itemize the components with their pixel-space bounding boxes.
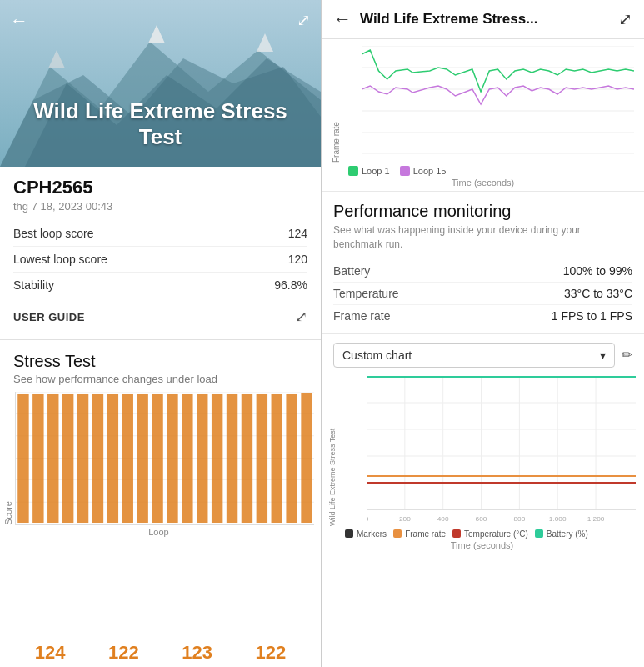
bar-chart: 120 100 80 60 40 20 0 [15,392,314,525]
svg-rect-25 [92,394,103,523]
svg-text:1.000: 1.000 [549,515,567,523]
score-1: 124 [35,642,66,664]
svg-text:600: 600 [476,515,487,523]
legend-loop15: Loop 15 [400,166,447,176]
custom-chart-bar: Custom chart ▾ ✏ [322,334,644,373]
left-panel: ← ⤢ Wild Life Extreme Stress Test CPH256… [0,0,321,667]
legend-loop1-dot [348,166,358,176]
svg-rect-33 [212,394,222,523]
right-back-button[interactable]: ← [333,8,352,30]
bottom-y-label: Wild Life Extreme Stress Test [328,376,337,526]
svg-rect-38 [286,394,297,523]
svg-rect-34 [227,394,237,523]
perf-value: 1 FPS to 1 FPS [552,309,632,323]
bottom-chart-wrapper: Wild Life Extreme Stress Test 0 [328,376,636,526]
stats-value: 124 [288,227,307,240]
bottom-legend-label: Temperature (°C) [464,529,528,539]
perf-key: Temperature [333,287,399,300]
svg-rect-37 [272,394,282,523]
left-hero-share-button[interactable]: ⤢ [297,10,311,30]
bottom-legend-dot [393,529,402,538]
stats-label: Stability [13,278,54,292]
stats-row: Lowest loop score120 [13,247,307,273]
bottom-chart-area: Wild Life Extreme Stress Test 0 [322,373,644,667]
stats-row: Stability96.8% [13,273,307,298]
score-4: 122 [256,642,287,664]
frame-legend: Loop 1 Loop 15 [332,163,634,178]
score-3: 123 [182,642,212,664]
svg-text:800: 800 [513,515,525,523]
stress-section: Stress Test See how performance changes … [0,340,321,392]
perf-row: Temperature33°C to 33°C [333,283,632,305]
svg-rect-39 [301,393,312,523]
frame-y-label: Frame rate [332,46,341,163]
svg-rect-32 [197,394,207,523]
y-axis-label: Score [3,501,13,525]
stress-title: Stress Test [13,352,307,371]
svg-rect-31 [182,394,192,523]
perf-section: Performance monitoring See what was happ… [322,192,644,334]
legend-loop15-label: Loop 15 [413,166,447,176]
user-guide-share-button[interactable]: ⤢ [295,308,307,326]
user-guide-row: USER GUIDE ⤢ [13,298,307,329]
stats-label: Best loop score [13,227,94,240]
legend-loop1: Loop 1 [348,166,390,176]
bottom-legend-label: Markers [357,529,387,539]
bottom-legend-item: Temperature (°C) [452,529,528,539]
dropdown-arrow-icon: ▾ [600,349,606,362]
perf-row: Battery100% to 99% [333,260,632,283]
stats-table: Best loop score124Lowest loop score120St… [13,221,307,298]
bottom-x-label: Time (seconds) [328,540,636,550]
right-share-button[interactable]: ⤢ [618,9,632,29]
bottom-legend-label: Battery (%) [547,529,588,539]
frame-chart-svg: 1,2 0,9 0,6 0,3 0,0 0 10 20 30 40 50 [362,46,634,154]
svg-text:0: 0 [367,515,369,523]
right-header: ← Wild Life Extreme Stress... ⤢ [322,0,644,39]
frame-chart-wrapper: Frame rate 1,2 0,9 0,6 0,3 0,0 0 10 20 3 [332,46,634,163]
left-x-axis-label: Loop [3,527,314,537]
perf-key: Battery [333,264,370,278]
stats-row: Best loop score124 [13,221,307,247]
info-section: CPH2565 thg 7 18, 2023 00:43 Best loop s… [0,167,321,340]
bottom-legend-item: Markers [345,529,387,539]
perf-value: 100% to 99% [563,264,632,278]
perf-key: Frame rate [333,309,390,323]
stats-value: 96.8% [274,278,307,292]
bottom-legend-dot [452,529,461,538]
perf-row: Frame rate1 FPS to 1 FPS [333,305,632,327]
stress-subtitle: See how performance changes under load [13,373,307,385]
score-2: 122 [108,642,139,664]
bottom-legend: MarkersFrame rateTemperature (°C)Battery… [328,526,636,540]
svg-rect-36 [257,394,267,523]
svg-rect-27 [122,394,133,523]
bottom-chart-svg: 0 20 40 60 80 100 0 200 400 600 800 1.00… [367,376,636,526]
bottom-legend-item: Battery (%) [535,529,588,539]
svg-text:200: 200 [399,515,411,523]
stats-value: 120 [288,253,307,266]
svg-rect-22 [47,394,58,523]
hero-title: Wild Life Extreme Stress Test [0,98,321,150]
left-back-button[interactable]: ← [10,10,28,32]
right-panel: ← Wild Life Extreme Stress... ⤢ Frame ra… [321,0,644,667]
svg-rect-23 [62,394,73,523]
svg-text:1.200: 1.200 [587,515,605,523]
bottom-legend-dot [345,529,353,538]
svg-rect-24 [77,394,88,523]
perf-title: Performance monitoring [333,202,632,221]
left-bar-chart-area: Score 120 100 80 60 40 20 [0,392,321,635]
device-name: CPH2565 [13,177,307,198]
hero-section: ← ⤢ Wild Life Extreme Stress Test [0,0,321,167]
perf-stats: Battery100% to 99%Temperature33°C to 33°… [333,260,632,327]
svg-rect-28 [137,394,147,523]
svg-rect-26 [107,394,118,523]
user-guide-label[interactable]: USER GUIDE [13,311,85,323]
custom-chart-dropdown[interactable]: Custom chart ▾ [333,343,615,368]
device-date: thg 7 18, 2023 00:43 [13,200,307,213]
legend-loop15-dot [400,166,410,176]
perf-subtitle: See what was happening inside your devic… [333,223,632,252]
svg-text:400: 400 [437,515,449,523]
svg-rect-35 [242,394,252,523]
legend-loop1-label: Loop 1 [362,166,390,176]
edit-icon[interactable]: ✏ [622,347,632,363]
right-title: Wild Life Extreme Stress... [360,11,612,28]
